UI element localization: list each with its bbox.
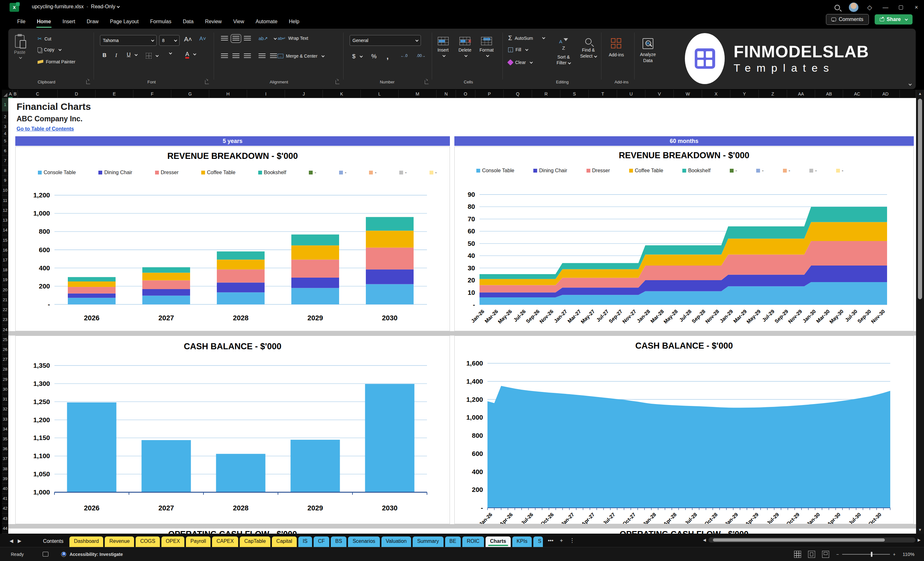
column-header-P[interactable]: P bbox=[476, 90, 504, 98]
sheet-tab-captable[interactable]: CapTable bbox=[240, 537, 270, 547]
column-header-W[interactable]: W bbox=[674, 90, 702, 98]
find-select-button[interactable]: Find &Select bbox=[580, 38, 597, 59]
close-button[interactable]: × bbox=[912, 4, 921, 11]
zoom-slider[interactable]: −+ bbox=[836, 552, 896, 557]
sheet-tab-opex[interactable]: OPEX bbox=[161, 537, 184, 547]
shrink-font-button[interactable]: A˅ bbox=[200, 36, 206, 42]
row-header-4[interactable]: 4 bbox=[2, 131, 8, 136]
increase-decimal-button[interactable]: ←.0 bbox=[400, 54, 408, 58]
row-header-32[interactable]: 32 bbox=[2, 404, 8, 414]
tabs-next-icon[interactable]: ▶ bbox=[18, 538, 26, 547]
avatar[interactable] bbox=[849, 3, 858, 12]
row-header-30[interactable]: 30 bbox=[2, 384, 8, 394]
column-header-C[interactable]: C bbox=[18, 90, 58, 98]
clear-button[interactable]: Clear bbox=[508, 60, 532, 65]
merge-center-button[interactable]: ↔Merge & Center bbox=[278, 54, 324, 58]
row-header-40[interactable]: 40 bbox=[2, 484, 8, 494]
restore-button[interactable] bbox=[899, 5, 903, 9]
row-header-44[interactable]: 44 bbox=[2, 524, 8, 533]
delete-cells-button[interactable]: × Delete bbox=[459, 37, 471, 57]
column-header-X[interactable]: X bbox=[702, 90, 730, 98]
menu-tab-formulas[interactable]: Formulas bbox=[146, 16, 176, 27]
decrease-decimal-button[interactable]: .00→ bbox=[417, 54, 426, 58]
menu-tab-view[interactable]: View bbox=[229, 16, 248, 27]
select-all-corner[interactable] bbox=[2, 90, 8, 98]
row-header-36[interactable]: 36 bbox=[2, 444, 8, 454]
row-header-13[interactable]: 13 bbox=[2, 216, 8, 225]
row-header-33[interactable]: 33 bbox=[2, 414, 8, 424]
row-header-7[interactable]: 7 bbox=[2, 156, 8, 165]
accounting-format-button[interactable]: $ bbox=[352, 53, 362, 60]
row-header-39[interactable]: 39 bbox=[2, 474, 8, 484]
tabs-menu-button[interactable]: ⋮ bbox=[566, 537, 578, 547]
fill-button[interactable]: ↓Fill bbox=[508, 47, 528, 52]
column-header-AC[interactable]: AC bbox=[843, 90, 872, 98]
row-header-19[interactable]: 19 bbox=[2, 275, 8, 285]
font-color-button[interactable]: A bbox=[185, 51, 196, 58]
paste-button[interactable]: Paste bbox=[14, 35, 26, 59]
collapse-ribbon-chevron[interactable] bbox=[907, 81, 911, 87]
copy-button[interactable]: Copy bbox=[38, 47, 61, 52]
new-sheet-button[interactable]: + bbox=[556, 537, 566, 547]
menu-tab-data[interactable]: Data bbox=[178, 16, 198, 27]
row-header-22[interactable]: 22 bbox=[2, 305, 8, 315]
grow-font-button[interactable]: A˄ bbox=[184, 36, 192, 43]
row-header-37[interactable]: 37 bbox=[2, 454, 8, 464]
sheet-tab-is[interactable]: IS bbox=[298, 537, 312, 547]
vertical-scroll-thumb[interactable] bbox=[918, 99, 922, 299]
align-middle-icon[interactable] bbox=[232, 36, 240, 41]
sheet-tab-roic[interactable]: ROIC bbox=[462, 537, 484, 547]
column-header-F[interactable]: F bbox=[134, 90, 171, 98]
column-header-J[interactable]: J bbox=[285, 90, 323, 98]
comma-format-button[interactable]: , bbox=[387, 52, 388, 61]
column-header-AA[interactable]: AA bbox=[787, 90, 815, 98]
row-header-14[interactable]: 14 bbox=[2, 225, 8, 235]
sheet-tab-summary[interactable]: Summary bbox=[412, 537, 443, 547]
row-header-8[interactable]: 8 bbox=[2, 165, 8, 176]
page-layout-view-icon[interactable] bbox=[808, 551, 815, 558]
menu-tab-file[interactable]: File bbox=[13, 16, 30, 27]
column-header-N[interactable]: N bbox=[436, 90, 456, 98]
normal-view-icon[interactable] bbox=[794, 551, 801, 558]
premium-diamond-icon[interactable]: ◇ bbox=[867, 3, 872, 11]
row-header-42[interactable]: 42 bbox=[2, 504, 8, 513]
sheet-tab-bs[interactable]: BS bbox=[331, 537, 346, 547]
row-header-11[interactable]: 11 bbox=[2, 195, 8, 206]
hscroll-left-icon[interactable]: ◀ bbox=[703, 538, 706, 542]
sheet-tab-dashboard[interactable]: Dashboard bbox=[69, 537, 103, 547]
sheet-tab-contents[interactable]: Contents bbox=[39, 537, 68, 547]
column-header-Y[interactable]: Y bbox=[730, 90, 759, 98]
accessibility-status[interactable]: Accessibility: Investigate bbox=[69, 552, 123, 557]
scroll-up-icon[interactable]: ▲ bbox=[918, 90, 922, 98]
column-header-Z[interactable]: Z bbox=[759, 90, 787, 98]
align-top-icon[interactable] bbox=[221, 36, 228, 41]
sheet-tab-cf[interactable]: CF bbox=[314, 537, 329, 547]
row-header-43[interactable]: 43 bbox=[2, 513, 8, 524]
cut-button[interactable]: ✂Cut bbox=[38, 36, 51, 42]
row-header-1[interactable]: 1 bbox=[2, 98, 8, 111]
vertical-scrollbar[interactable]: ▲ ▼ bbox=[916, 90, 924, 534]
row-header-2[interactable]: 2 bbox=[2, 111, 8, 122]
row-header-25[interactable]: 25 bbox=[2, 334, 8, 345]
row-header-3[interactable]: 3 bbox=[2, 122, 8, 131]
row-header-16[interactable]: 16 bbox=[2, 245, 8, 255]
row-header-29[interactable]: 29 bbox=[2, 374, 8, 384]
italic-button[interactable]: I bbox=[115, 52, 117, 58]
decrease-indent-icon[interactable] bbox=[258, 54, 266, 58]
align-right-icon[interactable] bbox=[244, 54, 251, 58]
format-painter-button[interactable]: Format Painter bbox=[38, 59, 75, 64]
column-header-D[interactable]: D bbox=[58, 90, 96, 98]
row-header-34[interactable]: 34 bbox=[2, 424, 8, 434]
bold-button[interactable]: B bbox=[102, 52, 106, 58]
fill-color-button[interactable] bbox=[165, 52, 172, 54]
file-name[interactable]: upcycling-furniture.xlsx - Read-Only bbox=[32, 4, 119, 9]
horizontal-scrollbar[interactable] bbox=[708, 537, 915, 543]
row-header-15[interactable]: 15 bbox=[2, 235, 8, 245]
clipboard-dialog-launcher[interactable] bbox=[86, 80, 90, 84]
sheet-tab-s[interactable]: S bbox=[533, 537, 543, 547]
column-header-U[interactable]: U bbox=[617, 90, 645, 98]
sheet-tab-scenarios[interactable]: Scenarios bbox=[348, 537, 380, 547]
column-header-V[interactable]: V bbox=[645, 90, 674, 98]
insert-cells-button[interactable]: Insert bbox=[438, 37, 448, 57]
menu-tab-insert[interactable]: Insert bbox=[58, 16, 80, 27]
